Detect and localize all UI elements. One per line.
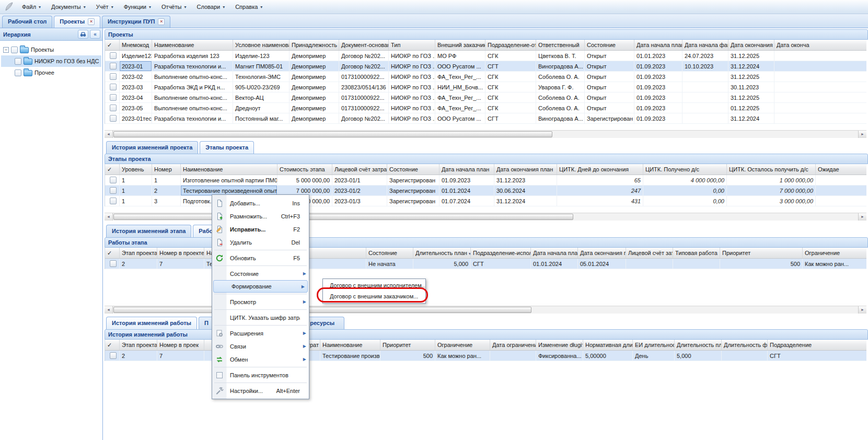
- table-row[interactable]: 2023-04Выполнение опытно-конс...Вектор-А…: [105, 92, 866, 103]
- column-header[interactable]: Ограничение: [803, 248, 866, 258]
- submenu-item-1[interactable]: Договор с внешним заказчиком...: [323, 291, 425, 302]
- column-header[interactable]: Подразделение-исполнитель..: [471, 248, 531, 258]
- tab-stage-detail-0[interactable]: История изменений этапа: [106, 225, 191, 237]
- tree-item-0[interactable]: −Проекты: [1, 44, 101, 55]
- scroll-thumb[interactable]: [113, 214, 573, 220]
- menu-item-1[interactable]: Размножить...Ctrl+F3: [212, 210, 309, 223]
- table-row[interactable]: 11Изготовление опытной партии ПМ0...5 00…: [105, 175, 866, 186]
- scroll-thumb[interactable]: [113, 307, 531, 313]
- doc-tab-1[interactable]: Проекты×: [54, 16, 100, 28]
- menu-item-13[interactable]: Настройки...Alt+Enter: [212, 384, 309, 397]
- column-header[interactable]: Дата окончания п: [728, 40, 774, 50]
- table-row[interactable]: 2023-02Выполнение опытно-конс...Технолог…: [105, 72, 866, 82]
- column-header[interactable]: Состояние: [585, 40, 634, 50]
- search-icon[interactable]: [78, 30, 88, 39]
- tab-project-detail-1[interactable]: Этапы проекта: [200, 141, 254, 154]
- row-checkbox[interactable]: [110, 115, 117, 122]
- column-header[interactable]: Лицевой счёт затр: [626, 248, 673, 258]
- menu-item-9[interactable]: Расширения▶: [212, 327, 309, 340]
- column-header[interactable]: Ожидае: [816, 164, 866, 175]
- column-header[interactable]: Лицевой счёт затрат.: [332, 164, 387, 175]
- menubar-item-0[interactable]: Файл▾: [17, 1, 46, 13]
- menu-item-10[interactable]: Связи▶: [212, 340, 309, 353]
- column-header[interactable]: ✓: [105, 340, 120, 350]
- tree-checkbox[interactable]: [15, 70, 21, 76]
- row-checkbox[interactable]: [110, 260, 117, 267]
- table-row[interactable]: Изделие123Разработка изделия 123Изделие-…: [105, 51, 866, 61]
- submenu-item-0[interactable]: Договор с внешним исполнителем...: [323, 280, 425, 291]
- column-header[interactable]: Дата начала факт.: [682, 40, 728, 50]
- column-header[interactable]: Стоимость этапа: [277, 164, 332, 175]
- column-header[interactable]: Номер: [152, 164, 181, 175]
- scroll-left-icon[interactable]: ◄: [105, 306, 113, 314]
- column-header[interactable]: Этап проекта: [120, 340, 157, 350]
- column-header[interactable]: Условное наименова: [233, 40, 290, 50]
- column-header[interactable]: Подразделение: [768, 340, 866, 350]
- column-header[interactable]: Наименование: [320, 340, 380, 350]
- menu-item-12[interactable]: Панель инструментов: [212, 368, 309, 381]
- column-header[interactable]: ЦИТК. Дней до окончания: [557, 164, 643, 175]
- row-checkbox[interactable]: [110, 84, 117, 90]
- row-checkbox[interactable]: [110, 177, 117, 183]
- menu-item-4[interactable]: ОбновитьF5: [212, 251, 309, 264]
- column-header[interactable]: Изменение długiтел: [536, 340, 583, 350]
- menubar-item-4[interactable]: Отчёты▾: [156, 1, 191, 13]
- scroll-left-icon[interactable]: ◄: [105, 213, 113, 221]
- column-header[interactable]: ЦИТК. Осталось получить д/с: [727, 164, 816, 175]
- row-checkbox[interactable]: [110, 198, 117, 204]
- column-header[interactable]: ЕИ длительности: [633, 340, 675, 350]
- column-header[interactable]: Номер в проекте: [157, 248, 204, 258]
- column-header[interactable]: Подразделение-от: [485, 40, 536, 50]
- column-header[interactable]: Этап проекта: [120, 248, 157, 258]
- table-row[interactable]: 2023-01тестРазработка технологии и...Пос…: [105, 113, 866, 124]
- column-header[interactable]: ✓: [105, 40, 120, 50]
- doc-tab-2[interactable]: Инструкции ПУП×: [102, 16, 170, 28]
- table-row[interactable]: 2023-03Разработка ЭКД и РКД н...905-U020…: [105, 82, 866, 92]
- column-header[interactable]: Состояние: [366, 248, 413, 258]
- column-header[interactable]: Принадлежность: [290, 40, 339, 50]
- column-header[interactable]: Приоритет: [380, 340, 435, 350]
- column-header[interactable]: Дата оконча: [774, 40, 866, 50]
- table-row[interactable]: 2023-05Выполнение опытно-конс...Дредноут…: [105, 103, 866, 113]
- column-header[interactable]: Дата начала план: [439, 164, 494, 175]
- menu-item-6[interactable]: Формирование▶: [213, 280, 308, 293]
- tab-work-detail-0[interactable]: История изменений работы: [106, 317, 197, 329]
- column-header[interactable]: Тип: [389, 40, 435, 50]
- column-header[interactable]: Уровень: [120, 164, 152, 175]
- row-checkbox[interactable]: [110, 187, 117, 194]
- menubar-item-5[interactable]: Словари▾: [191, 1, 230, 13]
- scroll-right-icon[interactable]: ►: [858, 131, 866, 138]
- collapse-panel-icon[interactable]: «: [90, 30, 100, 39]
- tree-expander-icon[interactable]: −: [3, 47, 9, 53]
- scroll-left-icon[interactable]: ◄: [105, 131, 113, 138]
- column-header[interactable]: Внешний заказчик: [435, 40, 485, 50]
- menu-item-5[interactable]: Состояние▶: [212, 267, 309, 280]
- column-header[interactable]: Наименование: [181, 164, 277, 175]
- menubar-item-2[interactable]: Учёт▾: [91, 1, 119, 13]
- row-checkbox[interactable]: [110, 52, 117, 59]
- tab-project-detail-0[interactable]: История изменений проекта: [106, 141, 198, 154]
- menu-item-8[interactable]: ЦИТК. Указать шифр затрат...: [212, 311, 309, 324]
- menu-item-2[interactable]: Исправить...F2: [212, 223, 309, 236]
- column-header[interactable]: Ответственный: [536, 40, 585, 50]
- tree-checkbox[interactable]: [11, 47, 18, 53]
- row-checkbox[interactable]: [110, 73, 117, 80]
- row-checkbox[interactable]: [110, 63, 117, 70]
- column-header[interactable]: ✓: [105, 164, 120, 175]
- column-header[interactable]: Дата окончания план: [494, 164, 557, 175]
- doc-tab-0[interactable]: Рабочий стол: [2, 16, 52, 28]
- scroll-right-icon[interactable]: ►: [858, 306, 866, 314]
- column-header[interactable]: Типовая работа: [673, 248, 720, 258]
- tree-checkbox[interactable]: [15, 58, 21, 65]
- table-row[interactable]: 2023-01Разработка технологии и...Магнит …: [105, 61, 866, 72]
- projects-hscrollbar[interactable]: ◄ ►: [105, 130, 866, 138]
- row-checkbox[interactable]: [110, 352, 117, 359]
- menu-item-3[interactable]: УдалитьDel: [212, 236, 309, 249]
- column-header[interactable]: Длительность пла: [675, 340, 722, 350]
- row-checkbox[interactable]: [110, 94, 117, 101]
- column-header[interactable]: ЦИТК. Получено д/с: [643, 164, 727, 175]
- menubar-item-3[interactable]: Функции▾: [119, 1, 156, 13]
- close-icon[interactable]: ×: [88, 18, 95, 25]
- column-header[interactable]: Приоритет: [720, 248, 803, 258]
- column-header[interactable]: Дата ограничения: [490, 340, 536, 350]
